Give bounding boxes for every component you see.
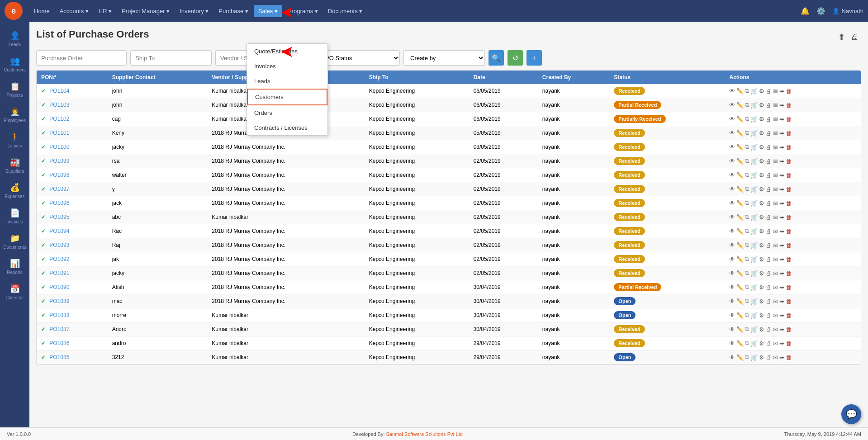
settings-row-icon[interactable]: ⚙ xyxy=(759,340,764,347)
cart-icon[interactable]: 🛒 xyxy=(750,130,758,137)
cart-icon[interactable]: 🛒 xyxy=(750,354,758,361)
settings-row-icon[interactable]: ⚙ xyxy=(759,270,764,277)
sidebar-item-invoices[interactable]: 📄 Invoices xyxy=(0,203,29,229)
view-icon[interactable]: 👁 xyxy=(729,270,735,277)
edit-icon[interactable]: ✏️ xyxy=(736,326,744,333)
sidebar-item-employees[interactable]: 👨‍💼 Employees xyxy=(0,102,29,128)
view-icon[interactable]: 👁 xyxy=(729,130,735,137)
cart-icon[interactable]: 🛒 xyxy=(750,284,758,291)
arrow-icon[interactable]: ➡ xyxy=(779,284,784,291)
delete-icon[interactable]: 🗑 xyxy=(786,144,792,151)
edit-icon[interactable]: ✏️ xyxy=(736,172,744,179)
settings-row-icon[interactable]: ⚙ xyxy=(759,354,764,361)
arrow-icon[interactable]: ➡ xyxy=(779,242,784,249)
print-row-icon[interactable]: 🖨 xyxy=(766,130,772,137)
cart-icon[interactable]: 🛒 xyxy=(750,340,758,347)
pon-value[interactable]: PO1091 xyxy=(49,270,69,276)
delete-icon[interactable]: 🗑 xyxy=(786,298,792,305)
copy-icon[interactable]: ⧉ xyxy=(745,115,749,123)
pon-value[interactable]: PO1085 xyxy=(49,354,69,360)
upload-icon[interactable]: ⬆ xyxy=(838,32,845,42)
cart-icon[interactable]: 🛒 xyxy=(750,158,758,165)
email-icon[interactable]: ✉ xyxy=(773,354,778,361)
view-icon[interactable]: 👁 xyxy=(729,102,735,109)
nav-sales[interactable]: Sales ▾ xyxy=(254,5,282,17)
edit-icon[interactable]: ✏️ xyxy=(736,242,744,249)
sidebar-item-customers[interactable]: 👥 Customers xyxy=(0,52,29,77)
arrow-icon[interactable]: ➡ xyxy=(779,354,784,361)
edit-icon[interactable]: ✏️ xyxy=(736,88,744,95)
delete-icon[interactable]: 🗑 xyxy=(786,326,792,333)
copy-icon[interactable]: ⧉ xyxy=(745,213,749,221)
pon-value[interactable]: PO1103 xyxy=(49,102,69,108)
edit-icon[interactable]: ✏️ xyxy=(736,186,744,193)
delete-icon[interactable]: 🗑 xyxy=(786,354,792,361)
settings-row-icon[interactable]: ⚙ xyxy=(759,88,764,95)
email-icon[interactable]: ✉ xyxy=(773,284,778,291)
print-row-icon[interactable]: 🖨 xyxy=(766,116,772,123)
view-icon[interactable]: 👁 xyxy=(729,242,735,249)
settings-row-icon[interactable]: ⚙ xyxy=(759,256,764,263)
sidebar-item-calendar[interactable]: 📅 Calendar xyxy=(0,279,29,305)
copy-icon[interactable]: ⧉ xyxy=(745,354,749,361)
cart-icon[interactable]: 🛒 xyxy=(750,172,758,179)
settings-row-icon[interactable]: ⚙ xyxy=(759,102,764,109)
pon-value[interactable]: PO1093 xyxy=(49,242,69,248)
copy-icon[interactable]: ⧉ xyxy=(745,227,749,235)
edit-icon[interactable]: ✏️ xyxy=(736,354,744,361)
print-row-icon[interactable]: 🖨 xyxy=(766,340,772,347)
nav-hr[interactable]: HR ▾ xyxy=(94,5,116,17)
arrow-icon[interactable]: ➡ xyxy=(779,228,784,235)
delete-icon[interactable]: 🗑 xyxy=(786,256,792,263)
edit-icon[interactable]: ✏️ xyxy=(736,312,744,319)
cart-icon[interactable]: 🛒 xyxy=(750,270,758,277)
email-icon[interactable]: ✉ xyxy=(773,88,778,95)
settings-row-icon[interactable]: ⚙ xyxy=(759,228,764,235)
settings-row-icon[interactable]: ⚙ xyxy=(759,214,764,221)
edit-icon[interactable]: ✏️ xyxy=(736,284,744,291)
delete-icon[interactable]: 🗑 xyxy=(786,312,792,319)
delete-icon[interactable]: 🗑 xyxy=(786,102,792,109)
settings-row-icon[interactable]: ⚙ xyxy=(759,158,764,165)
copy-icon[interactable]: ⧉ xyxy=(745,241,749,249)
print-row-icon[interactable]: 🖨 xyxy=(766,144,772,151)
pon-value[interactable]: PO1090 xyxy=(49,284,69,290)
pon-value[interactable]: PO1096 xyxy=(49,200,69,206)
email-icon[interactable]: ✉ xyxy=(773,242,778,249)
edit-icon[interactable]: ✏️ xyxy=(736,158,744,165)
view-icon[interactable]: 👁 xyxy=(729,298,735,305)
dropdown-leads[interactable]: Leads xyxy=(247,74,327,89)
email-icon[interactable]: ✉ xyxy=(773,186,778,193)
arrow-icon[interactable]: ➡ xyxy=(779,158,784,165)
sidebar-item-documents[interactable]: 📁 Documents xyxy=(0,229,29,254)
view-icon[interactable]: 👁 xyxy=(729,200,735,207)
nav-inventory[interactable]: Inventory ▾ xyxy=(175,5,213,17)
arrow-icon[interactable]: ➡ xyxy=(779,270,784,277)
delete-icon[interactable]: 🗑 xyxy=(786,88,792,95)
view-icon[interactable]: 👁 xyxy=(729,88,735,95)
copy-icon[interactable]: ⧉ xyxy=(745,143,749,151)
edit-icon[interactable]: ✏️ xyxy=(736,116,744,123)
refresh-button[interactable]: ↺ xyxy=(508,50,523,66)
delete-icon[interactable]: 🗑 xyxy=(786,242,792,249)
arrow-icon[interactable]: ➡ xyxy=(779,200,784,207)
ship-to-filter-input[interactable] xyxy=(130,50,212,66)
arrow-icon[interactable]: ➡ xyxy=(779,116,784,123)
email-icon[interactable]: ✉ xyxy=(773,158,778,165)
print-row-icon[interactable]: 🖨 xyxy=(766,354,772,361)
print-row-icon[interactable]: 🖨 xyxy=(766,200,772,207)
settings-row-icon[interactable]: ⚙ xyxy=(759,200,764,207)
sidebar-item-projects[interactable]: 📋 Projects xyxy=(0,77,29,102)
cart-icon[interactable]: 🛒 xyxy=(750,214,758,221)
delete-icon[interactable]: 🗑 xyxy=(786,186,792,193)
view-icon[interactable]: 👁 xyxy=(729,172,735,179)
view-icon[interactable]: 👁 xyxy=(729,214,735,221)
copy-icon[interactable]: ⧉ xyxy=(745,340,749,347)
pon-value[interactable]: PO1095 xyxy=(49,214,69,220)
arrow-icon[interactable]: ➡ xyxy=(779,214,784,221)
pon-value[interactable]: PO1101 xyxy=(49,130,69,136)
copy-icon[interactable]: ⧉ xyxy=(745,101,749,109)
arrow-icon[interactable]: ➡ xyxy=(779,312,784,319)
print-row-icon[interactable]: 🖨 xyxy=(766,312,772,319)
delete-icon[interactable]: 🗑 xyxy=(786,284,792,291)
